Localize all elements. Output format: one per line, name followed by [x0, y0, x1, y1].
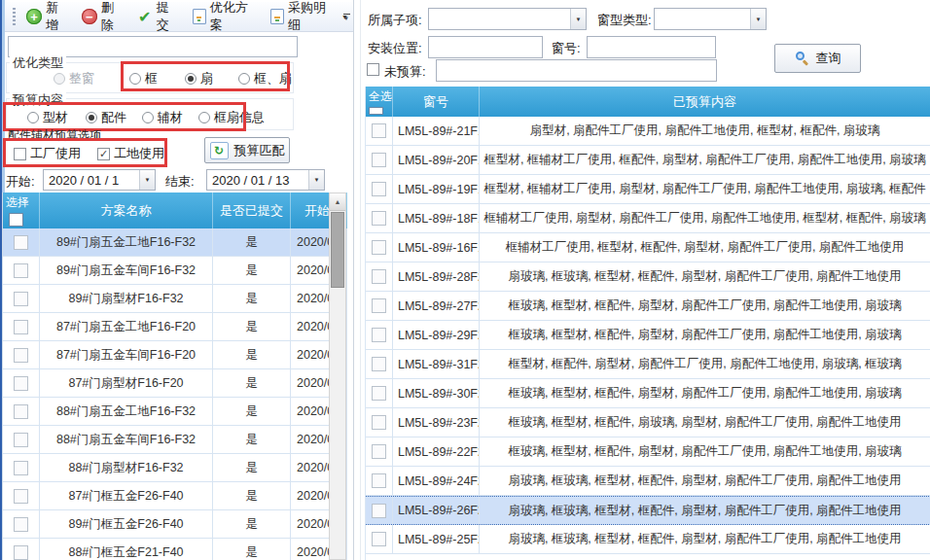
toolbar-overflow-button[interactable]: ▼ — [340, 8, 353, 26]
budget-content-option[interactable]: 配件 — [86, 109, 126, 126]
plan-name-header[interactable]: 方案名称 — [40, 192, 213, 228]
usage-checkbox-item[interactable]: ✓工地使用 — [97, 145, 164, 162]
budget-table-row[interactable]: LM5L-89#-16F15框辅材工厂使用, 框型材, 框配件, 扇型材, 扇配… — [366, 233, 930, 262]
install-pos-input[interactable] — [428, 36, 543, 58]
budget-table-row[interactable]: LM5L-89#-19F17框型材, 框辅材工厂使用, 扇型材, 扇配件工厂使用… — [366, 175, 930, 204]
row-checkbox[interactable] — [372, 504, 386, 518]
delete-button[interactable]: − 删除 — [77, 0, 130, 37]
opt-type-radio-icon[interactable] — [185, 73, 197, 85]
row-checkbox[interactable] — [372, 298, 386, 313]
row-checkbox[interactable] — [372, 153, 386, 167]
row-checkbox[interactable] — [14, 263, 28, 278]
budget-table-row[interactable]: LM5L-89#-28F26扇玻璃, 框玻璃, 框型材, 框配件, 扇型材, 扇… — [366, 262, 930, 292]
plan-table-scrollbar[interactable]: ▲ — [329, 192, 346, 560]
row-checkbox[interactable] — [372, 211, 386, 226]
plan-table-row[interactable]: 88#门扇五金工地F16-F32是2020/0 — [3, 398, 347, 426]
row-checkbox[interactable] — [372, 415, 386, 430]
window-no-input[interactable] — [587, 36, 716, 58]
panel-divider[interactable] — [353, 0, 354, 560]
budget-content-radio-icon[interactable] — [86, 112, 97, 123]
no-budget-checkbox[interactable] — [367, 63, 379, 76]
usage-checkbox-icon[interactable]: ✓ — [97, 148, 110, 160]
opt-type-option[interactable]: 框 — [129, 70, 158, 88]
scrollbar-thumb[interactable] — [331, 212, 344, 288]
row-checkbox[interactable] — [372, 444, 386, 459]
row-checkbox[interactable] — [14, 235, 28, 250]
budget-match-button[interactable]: ↻ 预算匹配 — [204, 137, 290, 163]
row-checkbox[interactable] — [372, 473, 386, 488]
chevron-down-icon[interactable]: ▼ — [750, 9, 766, 29]
row-checkbox[interactable] — [14, 348, 28, 363]
usage-checkbox-icon[interactable] — [14, 148, 26, 160]
plan-table-row[interactable]: 88#门扇五金车间F16-F32是2020/0 — [3, 426, 347, 454]
chevron-down-icon[interactable]: ▼ — [139, 170, 155, 190]
plan-table-row[interactable]: 87#门扇五金工地F16-F20是2020/0 — [3, 313, 347, 341]
chevron-down-icon[interactable]: ▼ — [570, 9, 586, 29]
budget-table-row[interactable]: LM5L-89#-21F19扇型材, 扇配件工厂使用, 扇配件工地使用, 框型材… — [366, 117, 930, 146]
row-checkbox[interactable] — [372, 240, 386, 255]
submit-button[interactable]: ✔ 提交 — [132, 0, 186, 37]
budget-table-row[interactable]: LM5L-89#-22F20框玻璃, 框型材, 框配件, 扇型材, 扇配件工厂使… — [366, 438, 930, 467]
budget-content-option[interactable]: 型材 — [27, 109, 68, 126]
budget-content-header[interactable]: 已预算内容 — [480, 87, 930, 117]
budget-table-row[interactable]: LM5L-89#-24F22扇玻璃, 框玻璃, 框型材, 框配件, 扇型材, 扇… — [366, 467, 930, 496]
opt-type-option[interactable]: 扇 — [185, 70, 213, 88]
budget-table-row[interactable]: LM5L-89#-30F28框玻璃, 框型材, 框配件, 扇型材, 扇配件工厂使… — [366, 379, 930, 408]
plan-table-row[interactable]: 88#门扇型材F16-F32是2020/0 — [3, 454, 347, 482]
budget-content-radio-icon[interactable] — [142, 112, 154, 123]
optimize-plan-button[interactable]: 优化方案 — [188, 0, 264, 37]
plan-table-row[interactable]: 89#门扇五金工地F16-F32是2020/0 — [3, 228, 347, 257]
date-start-picker[interactable]: 2020 / 01 / 1 ▼ — [43, 169, 156, 191]
row-checkbox[interactable] — [372, 182, 386, 196]
row-checkbox[interactable] — [372, 123, 386, 138]
row-checkbox[interactable] — [372, 269, 386, 284]
plan-table-row[interactable]: 87#门框五金F26-F40是2020/0 — [3, 482, 347, 510]
budget-table-row[interactable]: LM5L-89#-26F24扇玻璃, 框玻璃, 框型材, 框配件, 扇型材, 扇… — [366, 496, 930, 525]
budget-window-no-header[interactable]: 窗号 — [393, 87, 480, 117]
usage-checkbox-item[interactable]: 工厂使用 — [14, 145, 81, 162]
row-checkbox[interactable] — [14, 376, 28, 391]
row-checkbox[interactable] — [14, 545, 28, 560]
opt-type-option[interactable]: 框、扇 — [238, 70, 292, 88]
row-checkbox[interactable] — [14, 461, 28, 475]
query-button[interactable]: 查询 — [774, 44, 861, 73]
row-checkbox[interactable] — [14, 433, 28, 447]
date-end-picker[interactable]: 2020 / 01 / 13 ▼ — [206, 169, 325, 191]
row-checkbox[interactable] — [14, 404, 28, 419]
plan-table-row[interactable]: 89#门扇五金车间F16-F32是2020/0 — [3, 257, 347, 285]
plan-table-row[interactable]: 89#门扇型材F16-F32是2020/0 — [3, 285, 347, 313]
budget-content-radio-icon[interactable] — [198, 112, 210, 123]
no-budget-input[interactable] — [436, 59, 717, 82]
chevron-down-icon[interactable]: ▼ — [308, 170, 324, 190]
add-button[interactable]: + 新增 — [21, 0, 75, 37]
window-type-select[interactable]: ▼ — [654, 8, 767, 30]
budget-content-option[interactable]: 辅材 — [142, 109, 183, 126]
opt-type-radio-icon[interactable] — [238, 73, 250, 85]
row-checkbox[interactable] — [372, 386, 386, 401]
plan-table-row[interactable]: 87#门扇五金车间F16-F20是2020/0 — [3, 341, 347, 369]
budget-table-row[interactable]: LM5L-89#-29F27框玻璃, 框型材, 框配件, 扇型材, 扇配件工厂使… — [366, 321, 930, 350]
budget-table-row[interactable]: LM5L-89#-18F16框辅材工厂使用, 扇型材, 扇配件工厂使用, 扇配件… — [366, 204, 930, 233]
plan-table-row[interactable]: 89#门框五金F26-F40是2020/0 — [3, 510, 347, 539]
budget-table-row[interactable]: LM5L-89#-23F21框玻璃, 框型材, 框配件, 扇玻璃, 扇型材, 扇… — [366, 408, 930, 438]
opt-type-radio-icon[interactable] — [129, 73, 141, 85]
row-checkbox[interactable] — [14, 320, 28, 334]
budget-table-row[interactable]: LM5L-89#-27F25框玻璃, 框型材, 框配件, 扇型材, 扇配件工厂使… — [366, 292, 930, 321]
toolbar-grip[interactable] — [13, 8, 16, 25]
scroll-up-icon[interactable]: ▲ — [330, 193, 345, 211]
budget-content-radio-icon[interactable] — [27, 112, 39, 123]
row-checkbox[interactable] — [372, 532, 386, 546]
sub-item-select[interactable]: ▼ — [428, 8, 587, 30]
row-checkbox[interactable] — [14, 292, 28, 306]
row-checkbox[interactable] — [14, 489, 28, 504]
budget-table-row[interactable]: LM5L-89#-20F18框型材, 框辅材工厂使用, 框配件, 扇型材, 扇配… — [366, 146, 930, 175]
plan-table-row[interactable]: 88#门框五金F21-F40是2020/0 — [3, 539, 347, 560]
plan-submitted-header[interactable]: 是否已提交 — [213, 192, 291, 228]
row-checkbox[interactable] — [372, 328, 386, 342]
budget-table-row[interactable]: LM5L-89#-25F23扇玻璃, 框玻璃, 框型材, 框配件, 扇型材, 扇… — [366, 525, 930, 554]
row-checkbox[interactable] — [372, 357, 386, 371]
budget-content-option[interactable]: 框扇信息 — [198, 109, 265, 126]
plan-table-row[interactable]: 87#门扇型材F16-F20是2020/0 — [3, 369, 347, 398]
plan-select-all-checkbox[interactable] — [9, 213, 23, 227]
budget-table-row[interactable]: LM5L-89#-31F29框型材, 框配件, 扇型材, 扇配件工厂使用, 扇配… — [366, 350, 930, 379]
